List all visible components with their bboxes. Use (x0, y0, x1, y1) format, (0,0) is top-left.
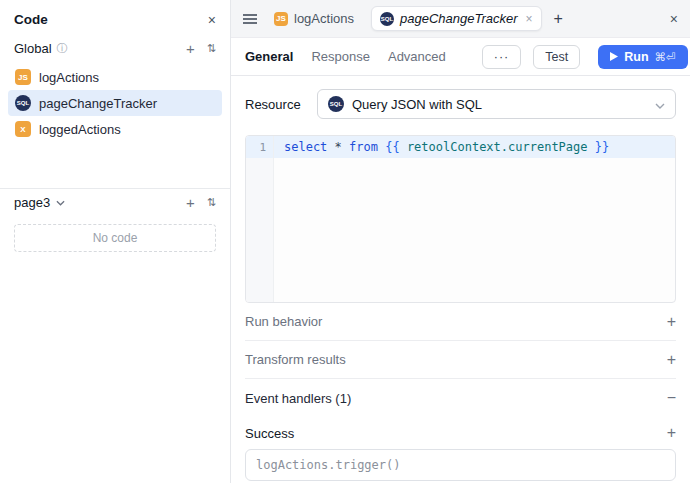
code-sidebar: Code × Global ⓘ + ⇅ JS logActions SQL pa… (0, 0, 231, 483)
run-label: Run (624, 50, 648, 64)
code-token: }} (595, 140, 609, 154)
sidebar-item-label: loggedActions (39, 122, 121, 137)
page-section-label[interactable]: page3 (14, 195, 50, 210)
section-label: Transform results (245, 352, 346, 367)
sql-icon: SQL (328, 96, 344, 112)
code-token: select (284, 140, 327, 154)
section-transform-results[interactable]: Transform results + (245, 341, 676, 379)
close-panel-icon[interactable]: × (670, 11, 678, 27)
more-options-button[interactable]: ··· (482, 45, 522, 69)
sidebar-header: Code × (0, 0, 230, 35)
expand-icon[interactable]: + (667, 314, 676, 330)
tab-pagechangetracker[interactable]: SQL pageChangeTracker × (371, 6, 542, 31)
code-token: retoolContext.currentPage (407, 140, 588, 154)
test-button[interactable]: Test (533, 45, 580, 69)
sidebar-item-label: logActions (39, 70, 99, 85)
success-label: Success (245, 426, 294, 441)
code-token: * (335, 140, 342, 154)
global-code-list: JS logActions SQL pageChangeTracker X lo… (0, 62, 230, 142)
info-icon[interactable]: ⓘ (57, 41, 68, 56)
sidebar-item-label: pageChangeTracker (39, 96, 157, 111)
code-token: {{ (385, 140, 399, 154)
section-label: Run behavior (245, 314, 322, 329)
success-handler-code[interactable]: logActions.trigger() (245, 449, 676, 481)
global-section-header: Global ⓘ + ⇅ (0, 35, 230, 62)
sidebar-item-pagechangetracker[interactable]: SQL pageChangeTracker (8, 90, 222, 116)
query-editor-main: JS logActions SQL pageChangeTracker × + … (231, 0, 690, 483)
collapse-icon[interactable]: − (667, 390, 676, 406)
query-toolbar: General Response Advanced ··· Test Run ⌘… (231, 38, 690, 76)
new-tab-button[interactable]: + (550, 10, 567, 28)
editor-gutter: 1 (246, 136, 274, 302)
section-event-handlers[interactable]: Event handlers (1) − (245, 379, 676, 417)
line-number: 1 (246, 136, 273, 158)
sidebar-item-logactions[interactable]: JS logActions (8, 64, 222, 90)
page-section-header: page3 + ⇅ (0, 189, 230, 216)
chevron-down-icon[interactable] (56, 200, 65, 206)
tab-response[interactable]: Response (311, 49, 370, 64)
add-global-code-button[interactable]: + (186, 41, 195, 56)
code-token: from (349, 140, 378, 154)
js-icon: JS (274, 12, 288, 26)
variable-icon: X (15, 121, 31, 137)
tab-label: logActions (294, 11, 354, 26)
add-handler-button[interactable]: + (667, 425, 676, 441)
js-icon: JS (15, 69, 31, 85)
menu-icon[interactable] (243, 13, 257, 25)
code-area[interactable]: select * from {{ retoolContext.currentPa… (274, 136, 675, 302)
add-page-code-button[interactable]: + (186, 195, 195, 210)
resource-select[interactable]: SQL Query JSON with SQL (317, 89, 676, 119)
close-tab-icon[interactable]: × (526, 12, 533, 26)
no-code-placeholder: No code (14, 224, 216, 252)
sort-icon[interactable]: ⇅ (207, 197, 216, 208)
query-content: Resource SQL Query JSON with SQL 1 selec… (231, 76, 690, 483)
sidebar-item-loggedactions[interactable]: X loggedActions (8, 116, 222, 142)
tab-advanced[interactable]: Advanced (388, 49, 446, 64)
sidebar-title: Code (14, 12, 48, 27)
section-label: Event handlers (1) (245, 391, 351, 406)
close-sidebar-icon[interactable]: × (208, 13, 216, 27)
editor-tabbar: JS logActions SQL pageChangeTracker × + … (231, 0, 690, 38)
section-run-behavior[interactable]: Run behavior + (245, 303, 676, 341)
resource-label: Resource (245, 97, 303, 112)
sql-code-editor[interactable]: 1 select * from {{ retoolContext.current… (245, 135, 676, 303)
tab-general[interactable]: General (245, 49, 293, 64)
sql-icon: SQL (380, 12, 394, 26)
global-section-label: Global (14, 41, 52, 56)
sql-icon: SQL (15, 95, 31, 111)
tab-logactions[interactable]: JS logActions (265, 6, 363, 31)
run-shortcut: ⌘⏎ (655, 50, 676, 64)
tab-label: pageChangeTracker (400, 11, 518, 26)
run-button[interactable]: Run ⌘⏎ (598, 45, 687, 69)
success-handler-header: Success + (245, 417, 676, 449)
chevron-down-icon (655, 97, 665, 112)
resource-value: Query JSON with SQL (352, 97, 647, 112)
code-line: select * from {{ retoolContext.currentPa… (274, 136, 675, 158)
sort-icon[interactable]: ⇅ (207, 43, 216, 54)
resource-row: Resource SQL Query JSON with SQL (245, 89, 676, 119)
code-editor-panel: Code × Global ⓘ + ⇅ JS logActions SQL pa… (0, 0, 690, 483)
play-icon (610, 52, 618, 61)
expand-icon[interactable]: + (667, 352, 676, 368)
